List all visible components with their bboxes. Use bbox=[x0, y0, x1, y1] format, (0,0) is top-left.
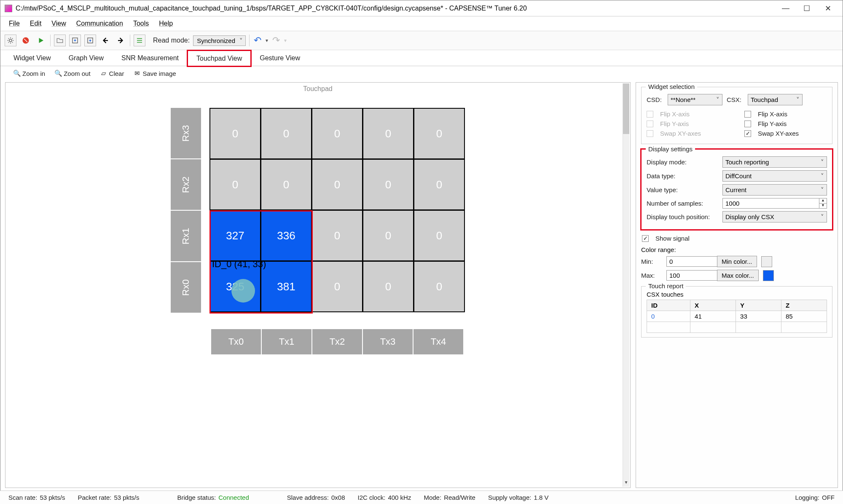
value-type-select[interactable]: Current bbox=[722, 184, 827, 196]
min-value-input[interactable]: ▲▼ bbox=[666, 256, 713, 267]
menubar: File Edit View Communication Tools Help bbox=[0, 16, 843, 31]
csd-select[interactable]: **None** bbox=[668, 94, 722, 105]
cell: 0 bbox=[414, 262, 464, 311]
menu-help[interactable]: Help bbox=[155, 18, 177, 29]
bridge-status-value: Connected bbox=[218, 494, 249, 501]
samples-input[interactable]: ▲▼ bbox=[722, 198, 827, 209]
cell: 0 bbox=[312, 211, 362, 260]
undo-dropdown[interactable]: ▾ bbox=[266, 38, 268, 43]
tx-label-4: Tx4 bbox=[413, 329, 463, 354]
list-icon[interactable] bbox=[134, 35, 145, 46]
svg-point-0 bbox=[9, 39, 12, 42]
csx-flipx-checkbox[interactable] bbox=[744, 111, 751, 118]
play-icon[interactable] bbox=[35, 35, 47, 46]
menu-view[interactable]: View bbox=[47, 18, 70, 29]
tx-label-3: Tx3 bbox=[363, 329, 413, 354]
scroll-down-icon[interactable]: ▼ bbox=[623, 480, 629, 487]
csd-flipx-checkbox bbox=[647, 111, 653, 118]
tab-touchpad-view[interactable]: Touchpad View bbox=[188, 51, 251, 66]
tab-snr-measurement[interactable]: SNR Measurement bbox=[113, 50, 188, 66]
i2c-clock-value: 400 kHz bbox=[388, 494, 411, 501]
menu-edit[interactable]: Edit bbox=[26, 18, 46, 29]
download-icon[interactable] bbox=[69, 35, 81, 46]
show-signal-checkbox[interactable] bbox=[642, 235, 649, 242]
minimize-button[interactable]: — bbox=[775, 4, 796, 13]
min-color-button[interactable]: Min color... bbox=[717, 256, 757, 267]
max-value-input[interactable]: ▲▼ bbox=[666, 270, 713, 281]
csd-label: CSD: bbox=[647, 96, 663, 103]
close-button[interactable]: ✕ bbox=[817, 4, 838, 13]
menu-tools[interactable]: Tools bbox=[129, 18, 153, 29]
cell: 327 bbox=[210, 211, 260, 260]
display-settings-group: Display settings Display mode:Touch repo… bbox=[641, 149, 832, 230]
undo-icon[interactable]: ↶ bbox=[253, 35, 262, 46]
app-icon bbox=[5, 5, 12, 12]
cell: 0 bbox=[363, 109, 413, 158]
display-mode-select[interactable]: Touch reporting bbox=[722, 156, 827, 168]
scan-rate-label: Scan rate: bbox=[8, 494, 37, 501]
cell: 0 bbox=[414, 109, 464, 158]
maximize-button[interactable]: ☐ bbox=[796, 4, 817, 13]
th-x: X bbox=[690, 300, 736, 311]
tab-widget-view[interactable]: Widget View bbox=[5, 50, 60, 66]
cell: 0 bbox=[210, 109, 260, 158]
tab-gesture-view[interactable]: Gesture View bbox=[251, 50, 309, 66]
display-settings-legend: Display settings bbox=[646, 145, 695, 153]
cell: 0 bbox=[363, 160, 413, 209]
rx-label-0: Rx0 bbox=[171, 262, 201, 313]
touchpos-select[interactable]: Display only CSX bbox=[722, 211, 827, 223]
touch-report-group: Touch report CSX touches ID X Y Z 0 41 3… bbox=[641, 286, 832, 338]
csx-touches-label: CSX touches bbox=[647, 291, 827, 298]
scroll-thumb[interactable] bbox=[623, 83, 629, 134]
rx-label-2: Rx2 bbox=[171, 159, 201, 210]
cell: 0 bbox=[312, 160, 362, 209]
zoom-in-icon: 🔍 bbox=[13, 70, 21, 77]
stop-icon[interactable] bbox=[20, 35, 32, 46]
menu-file[interactable]: File bbox=[5, 18, 24, 29]
scan-rate-value: 53 pkts/s bbox=[40, 494, 65, 501]
save-image-button[interactable]: ✉Save image bbox=[133, 70, 176, 77]
i2c-clock-label: I2C clock: bbox=[358, 494, 386, 501]
rx-label-1: Rx1 bbox=[171, 211, 201, 261]
vertical-scrollbar[interactable]: ▲ ▼ bbox=[623, 83, 629, 487]
csx-label: CSX: bbox=[727, 96, 744, 103]
zoom-out-button[interactable]: 🔍Zoom out bbox=[54, 70, 90, 77]
color-range-legend: Color range: bbox=[641, 246, 832, 253]
csx-flipy-checkbox[interactable] bbox=[744, 121, 751, 127]
gear-icon[interactable] bbox=[5, 35, 16, 46]
widget-selection-legend: Widget selection bbox=[646, 83, 697, 90]
redo-icon[interactable]: ↷ bbox=[271, 35, 281, 46]
clear-button[interactable]: ▱Clear bbox=[100, 70, 124, 77]
upload-icon[interactable] bbox=[84, 35, 96, 46]
import-arrow-icon[interactable] bbox=[99, 35, 111, 46]
touch-dot bbox=[231, 279, 255, 303]
packet-rate-label: Packet rate: bbox=[78, 494, 111, 501]
max-color-button[interactable]: Max color... bbox=[717, 270, 759, 281]
display-mode-label: Display mode: bbox=[647, 158, 718, 166]
cell: 0 bbox=[210, 160, 260, 209]
tab-graph-view[interactable]: Graph View bbox=[60, 50, 113, 66]
min-color-swatch bbox=[761, 256, 772, 267]
readmode-select[interactable]: Synchronized bbox=[193, 35, 246, 46]
csx-select[interactable]: Touchpad bbox=[748, 94, 803, 105]
menu-communication[interactable]: Communication bbox=[72, 18, 127, 29]
th-z: Z bbox=[781, 300, 827, 311]
readmode-label: Read mode: bbox=[153, 37, 190, 44]
tx-label-0: Tx0 bbox=[211, 329, 261, 354]
packet-rate-value: 53 pkts/s bbox=[114, 494, 139, 501]
cell: 0 bbox=[414, 211, 464, 260]
touchpad-canvas: Touchpad Rx3 Rx2 Rx1 Rx0 0 0 0 0 0 0 0 0… bbox=[5, 82, 631, 488]
cell: 0 bbox=[363, 211, 413, 260]
cell: 0 bbox=[312, 262, 362, 311]
table-row bbox=[647, 322, 827, 333]
titlebar: C:/mtw/PSoC_4_MSCLP_multitouch_mutual_ca… bbox=[0, 0, 843, 16]
color-range-group: Color range: Min: ▲▼ Min color... Max: ▲… bbox=[641, 246, 832, 281]
csx-swap-checkbox[interactable] bbox=[744, 130, 751, 137]
bridge-status-label: Bridge status: bbox=[177, 494, 216, 501]
value-type-label: Value type: bbox=[647, 186, 718, 193]
data-type-select[interactable]: DiffCount bbox=[722, 170, 827, 182]
zoom-in-button[interactable]: 🔍Zoom in bbox=[13, 70, 45, 77]
export-arrow-icon[interactable] bbox=[115, 35, 126, 46]
open-icon[interactable] bbox=[54, 35, 66, 46]
samples-label: Number of samples: bbox=[647, 200, 718, 207]
